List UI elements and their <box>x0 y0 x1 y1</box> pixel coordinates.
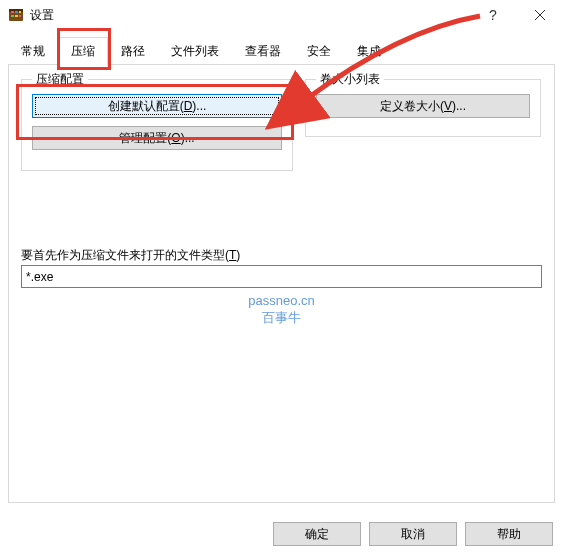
help-dialog-button[interactable]: 帮助 <box>465 522 553 546</box>
open-as-archive-input[interactable] <box>21 265 542 288</box>
svg-rect-5 <box>11 15 14 17</box>
watermark-line2: 百事牛 <box>9 310 554 327</box>
cancel-button[interactable]: 取消 <box>369 522 457 546</box>
tab-viewer[interactable]: 查看器 <box>232 37 294 66</box>
group-compress-legend: 压缩配置 <box>32 71 88 88</box>
watermark: passneo.cn 百事牛 <box>9 293 554 327</box>
svg-text:?: ? <box>489 8 497 22</box>
tab-integration[interactable]: 集成 <box>344 37 394 66</box>
titlebar: 设置 ? <box>0 0 563 30</box>
svg-rect-6 <box>15 15 18 17</box>
tab-filelist[interactable]: 文件列表 <box>158 37 232 66</box>
watermark-line1: passneo.cn <box>9 293 554 310</box>
group-compress-profile: 压缩配置 创建默认配置(D)... 管理配置(O)... <box>21 79 293 171</box>
window-title: 设置 <box>30 7 54 24</box>
manage-profile-button[interactable]: 管理配置(O)... <box>32 126 282 150</box>
group-volume-legend: 卷大小列表 <box>316 71 384 88</box>
tab-path[interactable]: 路径 <box>108 37 158 66</box>
open-as-archive-label: 要首先作为压缩文件来打开的文件类型(T) <box>21 247 240 264</box>
create-default-profile-button[interactable]: 创建默认配置(D)... <box>32 94 282 118</box>
tab-general[interactable]: 常规 <box>8 37 58 66</box>
svg-rect-3 <box>15 11 18 13</box>
svg-rect-7 <box>19 15 21 17</box>
svg-rect-2 <box>11 11 14 13</box>
define-volume-size-button[interactable]: 定义卷大小(V)... <box>316 94 530 118</box>
tab-strip: 常规 压缩 路径 文件列表 查看器 安全 集成 <box>0 30 563 65</box>
tab-security[interactable]: 安全 <box>294 37 344 66</box>
help-button[interactable]: ? <box>471 0 517 30</box>
close-button[interactable] <box>517 0 563 30</box>
ok-button[interactable]: 确定 <box>273 522 361 546</box>
define-volume-size-label: 定义卷大小(V)... <box>380 99 466 113</box>
create-default-profile-label: 创建默认配置(D)... <box>108 99 207 113</box>
tab-compress[interactable]: 压缩 <box>58 37 108 66</box>
tab-panel-compress: 压缩配置 创建默认配置(D)... 管理配置(O)... 卷大小列表 定义卷大小… <box>8 65 555 503</box>
dialog-button-bar: 确定 取消 帮助 <box>273 522 553 546</box>
group-volume-list: 卷大小列表 定义卷大小(V)... <box>305 79 541 137</box>
manage-profile-label: 管理配置(O)... <box>119 131 194 145</box>
svg-rect-4 <box>19 11 21 13</box>
app-icon <box>8 7 24 23</box>
